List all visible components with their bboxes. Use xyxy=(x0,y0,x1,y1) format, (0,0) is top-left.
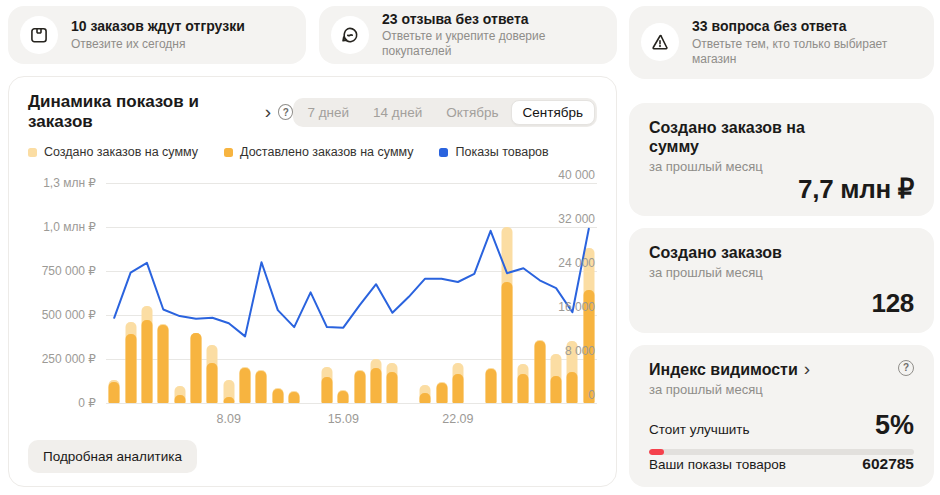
orders-sum-card: Создано заказов на сумму за прошлый меся… xyxy=(629,103,934,216)
right-column: 33 вопроса без ответа Ответьте тем, кто … xyxy=(629,6,934,487)
left-axis-tick: 750 000 ₽ xyxy=(42,264,96,278)
visibility-progress-bar xyxy=(649,449,914,455)
chevron-right-icon: › xyxy=(804,362,810,376)
alert-card-shipments[interactable]: 10 заказов ждут отгрузки Отвезите их сег… xyxy=(8,6,306,64)
impressions-label: Ваши показы товаров xyxy=(649,457,786,472)
package-icon xyxy=(20,16,58,54)
alert-card-reviews[interactable]: 23 отзыва без ответа Ответьте и укрепите… xyxy=(319,6,617,64)
right-axis-tick: 8 000 xyxy=(565,344,595,358)
visibility-status-row: Стоит улучшить 5% xyxy=(649,410,914,441)
tab-7-дней[interactable]: 7 дней xyxy=(295,100,361,125)
alert-title: 10 заказов ждут отгрузки xyxy=(71,18,245,36)
legend-swatch xyxy=(28,148,37,157)
alert-title: 33 вопроса без ответа xyxy=(692,18,920,36)
legend-item: Создано заказов на сумму xyxy=(28,145,198,159)
alert-text: 10 заказов ждут отгрузки Отвезите их сег… xyxy=(71,18,245,52)
visibility-percent: 5% xyxy=(875,410,914,441)
chart-header: Динамика показов и заказов › ? 7 дней14 … xyxy=(28,92,597,132)
alert-title: 23 отзыва без ответа xyxy=(382,11,603,29)
alert-subtitle: Отвезите их сегодня xyxy=(71,37,245,52)
impressions-row: Ваши показы товаров 602785 xyxy=(649,455,914,473)
x-axis-tick: 15.09 xyxy=(328,412,359,426)
chat-icon xyxy=(331,16,369,54)
left-axis-tick: 1,3 млн ₽ xyxy=(43,176,96,190)
legend-label: Создано заказов на сумму xyxy=(44,145,198,159)
right-axis-tick: 40 000 xyxy=(558,168,595,182)
visibility-status: Стоит улучшить xyxy=(649,422,749,441)
alert-subtitle: Ответьте и укрепите доверие покупателей xyxy=(382,29,603,59)
visibility-subtitle: за прошлый месяц xyxy=(649,382,914,397)
left-axis-tick: 0 ₽ xyxy=(78,396,96,410)
help-icon[interactable]: ? xyxy=(278,104,293,120)
chart-title: Динамика показов и заказов xyxy=(28,92,258,132)
orders-count-subtitle: за прошлый месяц xyxy=(649,265,914,280)
visibility-index-card: Индекс видимости › ? за прошлый месяц Ст… xyxy=(629,345,934,487)
alert-subtitle: Ответьте тем, кто только выбирает магази… xyxy=(692,37,920,67)
visibility-title: Индекс видимости xyxy=(649,360,798,379)
legend-item: Доставлено заказов на сумму xyxy=(224,145,413,159)
orders-count-title: Создано заказов xyxy=(649,243,914,262)
orders-sum-title: Создано заказов на сумму xyxy=(649,118,824,156)
visibility-title-link[interactable]: Индекс видимости › xyxy=(649,360,810,379)
left-axis-tick: 250 000 ₽ xyxy=(42,352,96,366)
tab-сентябрь[interactable]: Сентябрь xyxy=(511,100,595,125)
visibility-header: Индекс видимости › ? xyxy=(649,360,914,379)
right-axis-tick: 24 000 xyxy=(558,256,595,270)
detailed-analytics-button[interactable]: Подробная аналитика xyxy=(28,440,197,473)
x-axis-labels: 8.0915.0922.09 xyxy=(106,410,597,430)
right-axis-tick: 16 000 xyxy=(558,300,595,314)
legend-label: Доставлено заказов на сумму xyxy=(240,145,413,159)
alert-text: 33 вопроса без ответа Ответьте тем, кто … xyxy=(692,18,920,67)
tab-октябрь[interactable]: Октябрь xyxy=(434,100,510,125)
right-axis-tick: 32 000 xyxy=(558,212,595,226)
alerts-row: 10 заказов ждут отгрузки Отвезите их сег… xyxy=(8,6,617,64)
orders-count-value: 128 xyxy=(649,288,914,319)
left-axis-labels: 1,3 млн ₽1,0 млн ₽750 000 ₽500 000 ₽250 … xyxy=(28,183,106,404)
seller-dashboard: 10 заказов ждут отгрузки Отвезите их сег… xyxy=(0,0,940,495)
legend-swatch xyxy=(439,148,448,157)
chevron-right-icon: › xyxy=(265,105,271,119)
impressions-value: 602785 xyxy=(862,455,914,473)
impressions-line xyxy=(106,183,597,404)
period-tabs: 7 дней14 днейОктябрьСентябрь xyxy=(293,98,597,127)
legend-label: Показы товаров xyxy=(455,145,548,159)
alert-card-questions[interactable]: 33 вопроса без ответа Ответьте тем, кто … xyxy=(629,6,934,79)
orders-count-card: Создано заказов за прошлый месяц 128 xyxy=(629,228,934,333)
alert-text: 23 отзыва без ответа Ответьте и укрепите… xyxy=(382,11,603,60)
left-axis-tick: 500 000 ₽ xyxy=(42,308,96,322)
right-axis-tick: 0 xyxy=(588,388,595,402)
chart-legend: Создано заказов на суммуДоставлено заказ… xyxy=(28,145,597,159)
legend-item: Показы товаров xyxy=(439,145,548,159)
left-column: 10 заказов ждут отгрузки Отвезите их сег… xyxy=(8,6,617,487)
tab-14-дней[interactable]: 14 дней xyxy=(361,100,434,125)
x-axis-tick: 8.09 xyxy=(217,412,241,426)
plot-area: 40 00032 00024 00016 0008 0000 xyxy=(106,183,597,404)
legend-swatch xyxy=(224,148,233,157)
visibility-progress-fill xyxy=(649,449,664,455)
orders-sum-subtitle: за прошлый месяц xyxy=(649,159,914,174)
plot-wrap: 1,3 млн ₽1,0 млн ₽750 000 ₽500 000 ₽250 … xyxy=(28,183,597,404)
chart-title-link[interactable]: Динамика показов и заказов › ? xyxy=(28,92,293,132)
help-icon[interactable]: ? xyxy=(898,360,914,376)
orders-sum-value: 7,7 млн ₽ xyxy=(649,174,914,205)
x-axis-tick: 22.09 xyxy=(442,412,473,426)
warning-icon xyxy=(641,23,679,61)
chart-card: Динамика показов и заказов › ? 7 дней14 … xyxy=(8,76,617,487)
left-axis-tick: 1,0 млн ₽ xyxy=(43,220,96,234)
